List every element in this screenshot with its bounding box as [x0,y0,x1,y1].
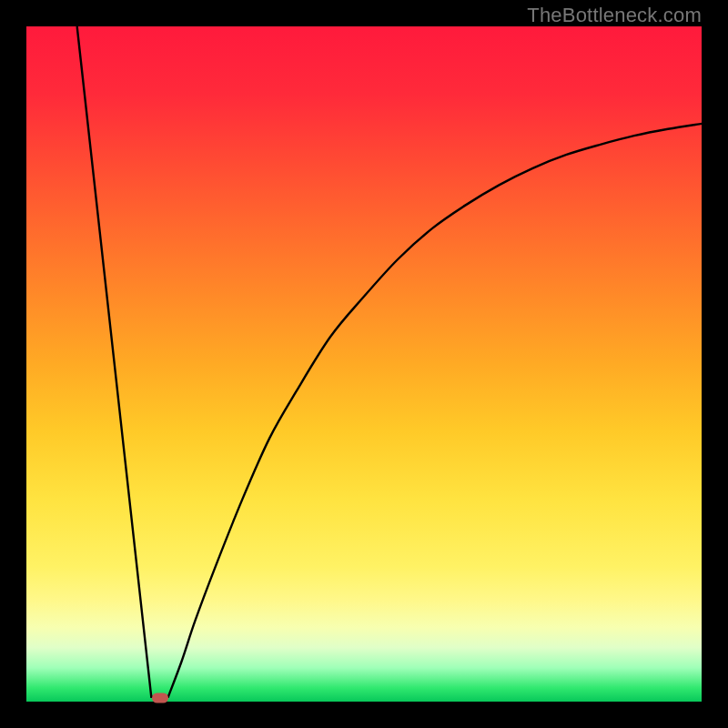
attribution-text: TheBottleneck.com [527,4,702,27]
chart-frame: TheBottleneck.com [0,0,728,728]
plot-area [26,26,702,702]
bottleneck-curve [26,26,702,702]
curve-path [77,26,702,697]
minimum-marker [152,693,168,703]
